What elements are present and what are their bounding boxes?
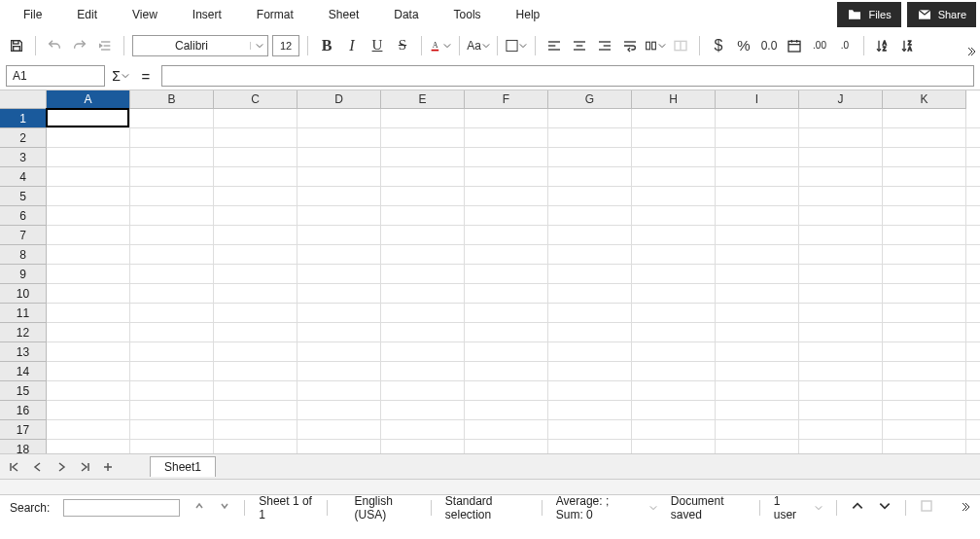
cell[interactable] (298, 245, 381, 265)
sum-button[interactable]: Σ (111, 66, 130, 86)
cell[interactable] (966, 206, 980, 226)
cell[interactable] (883, 284, 966, 304)
cell[interactable] (214, 109, 298, 128)
cell[interactable] (966, 226, 980, 245)
cell[interactable] (632, 381, 716, 401)
wrap-text-button[interactable] (619, 35, 641, 56)
cell[interactable] (548, 440, 632, 453)
cell[interactable] (632, 284, 716, 304)
cell[interactable] (716, 226, 799, 245)
cell[interactable] (966, 245, 980, 265)
cell[interactable] (130, 245, 214, 265)
menu-item-edit[interactable]: Edit (59, 3, 115, 26)
cell[interactable] (966, 381, 980, 401)
cell[interactable] (47, 381, 130, 401)
row-header[interactable]: 7 (0, 226, 47, 245)
cell[interactable] (381, 206, 465, 226)
cell[interactable] (632, 206, 716, 226)
column-header[interactable]: F (465, 90, 548, 109)
cell[interactable] (214, 265, 298, 284)
cell[interactable] (799, 265, 883, 284)
cell[interactable] (130, 401, 214, 420)
cell[interactable] (548, 226, 632, 245)
cell[interactable] (883, 148, 966, 167)
zoom-fit-button[interactable] (920, 499, 933, 516)
cell[interactable] (632, 420, 716, 440)
cell[interactable] (716, 304, 799, 323)
cell[interactable] (883, 206, 966, 226)
cell[interactable] (548, 109, 632, 128)
cell[interactable] (966, 401, 980, 420)
cell[interactable] (381, 265, 465, 284)
cell[interactable] (465, 420, 548, 440)
cell[interactable] (298, 109, 381, 128)
cell[interactable] (716, 167, 799, 187)
cell[interactable] (799, 226, 883, 245)
cell[interactable] (632, 167, 716, 187)
cell[interactable] (632, 265, 716, 284)
cell[interactable] (47, 401, 130, 420)
cell[interactable] (47, 342, 130, 362)
cell[interactable] (381, 148, 465, 167)
cell[interactable] (883, 128, 966, 148)
cell[interactable] (548, 362, 632, 381)
cell[interactable] (381, 420, 465, 440)
remove-decimal-button[interactable]: .0 (834, 35, 856, 56)
column-header[interactable]: A (47, 90, 130, 109)
row-header[interactable]: 18 (0, 440, 47, 453)
cell[interactable] (298, 265, 381, 284)
cell[interactable] (883, 420, 966, 440)
cell[interactable] (214, 381, 298, 401)
cell[interactable] (465, 440, 548, 453)
cell[interactable] (298, 128, 381, 148)
cell[interactable] (799, 304, 883, 323)
row-header[interactable]: 16 (0, 401, 47, 420)
cell[interactable] (548, 420, 632, 440)
cell[interactable] (465, 226, 548, 245)
cell[interactable] (799, 109, 883, 128)
redo-button[interactable] (69, 35, 90, 56)
cell[interactable] (799, 245, 883, 265)
align-left-button[interactable] (543, 35, 565, 56)
row-header[interactable]: 5 (0, 187, 47, 206)
row-header[interactable]: 3 (0, 148, 47, 167)
strikethrough-button[interactable]: S (392, 35, 413, 56)
cell[interactable] (214, 420, 298, 440)
menu-item-format[interactable]: Format (239, 3, 311, 26)
cell[interactable] (465, 284, 548, 304)
cell[interactable] (47, 245, 130, 265)
cell[interactable] (130, 284, 214, 304)
number-button[interactable]: 0.0 (758, 35, 780, 56)
cell[interactable] (632, 440, 716, 453)
unmerge-button[interactable] (670, 35, 691, 56)
cell[interactable] (548, 187, 632, 206)
cell[interactable] (632, 148, 716, 167)
last-sheet-button[interactable] (74, 456, 95, 478)
sort-desc-button[interactable]: ZA (897, 35, 919, 56)
cell[interactable] (130, 362, 214, 381)
cell[interactable] (632, 187, 716, 206)
cell[interactable] (632, 362, 716, 381)
cell[interactable] (883, 167, 966, 187)
bold-button[interactable]: B (316, 35, 337, 56)
cell[interactable] (716, 440, 799, 453)
cell[interactable] (966, 284, 980, 304)
cell[interactable] (214, 362, 298, 381)
cell[interactable] (381, 401, 465, 420)
cell[interactable] (716, 401, 799, 420)
cell[interactable] (883, 187, 966, 206)
cell[interactable] (632, 128, 716, 148)
cell[interactable] (632, 109, 716, 128)
row-header[interactable]: 17 (0, 420, 47, 440)
cell[interactable] (966, 323, 980, 342)
menu-item-tools[interactable]: Tools (437, 3, 499, 26)
align-right-button[interactable] (594, 35, 615, 56)
cell[interactable] (298, 362, 381, 381)
cell[interactable] (465, 187, 548, 206)
aggregate-dropdown[interactable] (649, 501, 657, 515)
row-header[interactable]: 1 (0, 109, 47, 128)
column-header[interactable]: G (548, 90, 632, 109)
cell[interactable] (381, 304, 465, 323)
cell[interactable] (632, 245, 716, 265)
files-button[interactable]: Files (837, 2, 900, 27)
